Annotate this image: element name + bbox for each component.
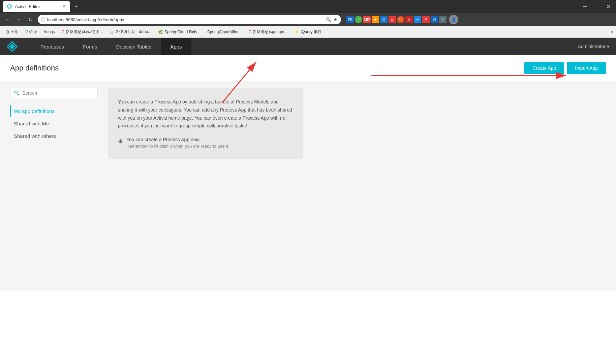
minimize-button[interactable]: ─: [580, 2, 589, 11]
bookmark-alibaba[interactable]: SpringCloudAliba...: [205, 29, 245, 35]
sidebar: 🔍 My app definitions Shared with Me Shar…: [10, 88, 98, 159]
back-button[interactable]: ←: [3, 15, 12, 24]
maximize-button[interactable]: □: [592, 2, 601, 11]
info-box: You can create a Process App by publishi…: [108, 88, 303, 159]
ext-p-icon[interactable]: P: [422, 16, 430, 23]
ext-abp-icon[interactable]: ABP: [363, 16, 371, 23]
user-menu-chevron: ▾: [607, 44, 609, 49]
svg-rect-2: [9, 44, 15, 50]
address-bar-icons: 🔍 ★: [326, 17, 338, 22]
close-button[interactable]: ✕: [604, 2, 613, 11]
cta-primary-text: You can create a Process App now.: [126, 137, 229, 142]
app-logo: [7, 41, 18, 52]
bookmark-star-icon[interactable]: ★: [333, 17, 338, 22]
main-nav: Processes Forms Decision Tables Apps: [31, 38, 191, 55]
ext-shield-icon[interactable]: 🛡: [397, 16, 404, 23]
ext-gray2-icon[interactable]: ▽: [439, 16, 446, 23]
bookmark-vuejs-label: 介绍 — Vue.js: [29, 29, 55, 35]
nav-apps[interactable]: Apps: [161, 38, 191, 55]
search-icon: 🔍: [14, 90, 20, 96]
address-bar: ← → ↻ ⓘ localhost:8080/activiti-app/edit…: [0, 13, 616, 26]
bookmark-apps-label: 应用: [10, 29, 19, 35]
bookmark-spring-label: Spring Cloud Dals...: [164, 30, 201, 34]
forward-button[interactable]: →: [14, 15, 24, 24]
ext-pen-icon[interactable]: ✏: [414, 16, 421, 23]
nav-processes[interactable]: Processes: [31, 38, 73, 55]
app-navigation: Processes Forms Decision Tables Apps Adm…: [0, 38, 616, 55]
cta-secondary-text: Remember to Publish it when you are read…: [126, 144, 229, 149]
bookmark-jquery[interactable]: ⚡ jQuery 事件: [291, 28, 325, 35]
cta-add-icon: ⊕: [118, 138, 123, 145]
user-name: Administrator: [578, 44, 606, 49]
bookmark-springm[interactable]: C (1条消息)springm...: [246, 28, 290, 35]
bookmark-vuejs[interactable]: V 介绍 — Vue.js: [23, 28, 58, 35]
bookmark-java[interactable]: C (2条消息)Java使用...: [59, 28, 106, 35]
lock-icon: ⓘ: [41, 17, 45, 23]
ext-check-icon[interactable]: ✓: [355, 16, 362, 23]
content-area: 🔍 My app definitions Shared with Me Shar…: [0, 81, 616, 165]
bookmarks-bar: ⊞ 应用 V 介绍 — Vue.js C (2条消息)Java使用... 📖 2…: [0, 26, 616, 38]
bookmark-java-label: (2条消息)Java使用...: [66, 29, 103, 35]
bookmark-alibaba-label: SpringCloudAliba...: [207, 30, 242, 34]
import-app-button[interactable]: Import App: [567, 62, 606, 74]
sidebar-item-shared-with-me[interactable]: Shared with Me: [10, 117, 98, 130]
tab-close-button[interactable]: ✕: [62, 4, 66, 9]
reload-button[interactable]: ↻: [26, 15, 35, 24]
search-input[interactable]: [22, 90, 94, 96]
tab-favicon: [7, 4, 12, 9]
nav-forms[interactable]: Forms: [73, 38, 107, 55]
profile-avatar[interactable]: 👤: [449, 15, 458, 24]
new-tab-button[interactable]: +: [71, 3, 81, 10]
bookmark-dubbo[interactable]: 📖 2 快速启动 · dubb...: [107, 28, 154, 35]
tab-bar: Activiti Editor ✕ + ─ □ ✕: [0, 0, 616, 13]
search-magnifier-icon: 🔍: [326, 17, 331, 22]
bookmarks-more-button[interactable]: »: [611, 29, 613, 34]
info-cta: ⊕ You can create a Process App now. Reme…: [118, 137, 293, 149]
bookmark-spring[interactable]: 🌿 Spring Cloud Dals...: [155, 29, 203, 35]
nav-decision-tables[interactable]: Decision Tables: [107, 38, 161, 55]
ext-blue4-icon[interactable]: W: [431, 16, 438, 23]
ext-red3-icon[interactable]: ∞: [389, 16, 396, 23]
main-content: App definitions Create App Import App 🔍 …: [0, 55, 616, 291]
user-menu[interactable]: Administrator ▾: [578, 44, 609, 49]
header-actions: Create App Import App: [524, 62, 606, 74]
page-header: App definitions Create App Import App: [0, 55, 616, 81]
ext-dark-icon[interactable]: A: [405, 16, 413, 23]
cta-content: You can create a Process App now. Rememb…: [126, 137, 229, 149]
sidebar-item-shared-with-others[interactable]: Shared with others: [10, 130, 98, 142]
page-title: App definitions: [10, 64, 524, 72]
url-display: localhost:8080/activiti-app/editor/#/app…: [47, 17, 324, 22]
window-controls: ─ □ ✕: [580, 2, 613, 11]
search-box[interactable]: 🔍: [10, 88, 98, 98]
sidebar-nav: My app definitions Shared with Me Shared…: [10, 105, 98, 142]
info-text: You can create a Process App by publishi…: [118, 98, 293, 130]
ext-blue-icon[interactable]: O: [380, 16, 388, 23]
svg-rect-0: [7, 4, 12, 9]
bookmark-jquery-label: jQuery 事件: [301, 29, 322, 35]
create-app-button[interactable]: Create App: [524, 62, 564, 74]
active-tab[interactable]: Activiti Editor ✕: [3, 1, 70, 12]
address-input-wrap[interactable]: ⓘ localhost:8080/activiti-app/editor/#/a…: [38, 15, 341, 24]
bookmark-apps[interactable]: ⊞ 应用: [3, 28, 21, 35]
tab-title: Activiti Editor: [15, 4, 40, 9]
browser-nav-buttons: ← → ↻: [3, 15, 35, 24]
sidebar-item-my-apps[interactable]: My app definitions: [10, 105, 98, 117]
bookmark-springm-label: (1条消息)springm...: [253, 29, 287, 35]
ext-fe-icon[interactable]: FE: [346, 16, 354, 23]
bookmark-dubbo-label: 2 快速启动 · dubb...: [116, 29, 151, 35]
ext-orange-icon[interactable]: ★: [372, 16, 379, 23]
extension-icons: FE ✓ ABP ★ O ∞ 🛡 A ✏ P W ▽ 👤: [346, 15, 458, 24]
